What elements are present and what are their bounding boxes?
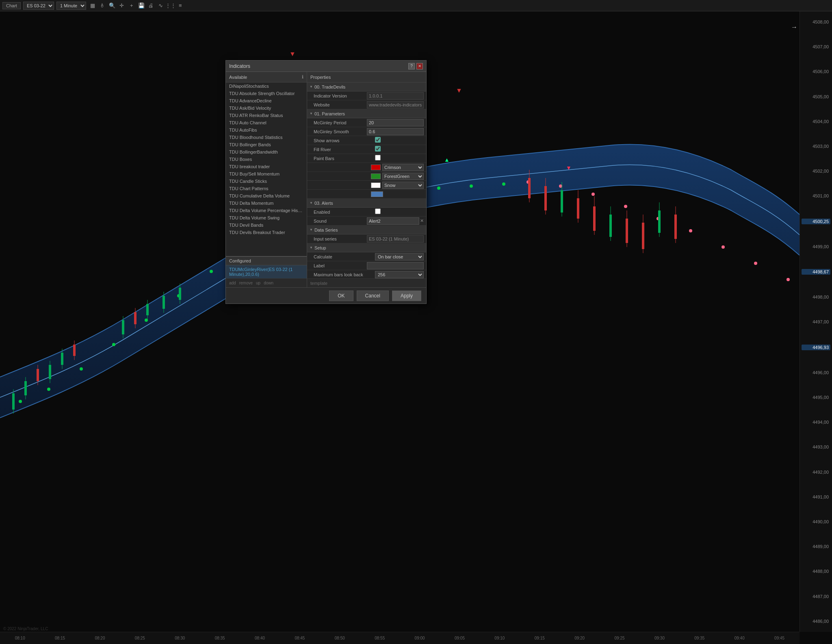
price-4488: 4488,00 bbox=[802, 569, 830, 574]
show-arrows-checkbox[interactable] bbox=[375, 137, 381, 143]
price-4497: 4497,00 bbox=[802, 319, 830, 324]
prop-indicator-version-value bbox=[367, 92, 424, 100]
indicator-item-candle[interactable]: TDU Candle Sticks bbox=[226, 178, 307, 185]
action-up[interactable]: up bbox=[256, 281, 260, 285]
properties-scroll[interactable]: ▼ 00. TradeDevils Indicator Version Webs… bbox=[307, 82, 426, 278]
timeframe-select[interactable]: 1 Minute bbox=[56, 2, 86, 10]
price-4502: 4502,00 bbox=[802, 169, 830, 173]
indicator-item-bloodhound[interactable]: TDU Bloodhound Statistics bbox=[226, 134, 307, 141]
configured-actions: add remove up down bbox=[226, 278, 307, 287]
bar-chart-icon[interactable]: ▦ bbox=[89, 2, 97, 10]
strategy-icon[interactable]: ∿ bbox=[157, 2, 165, 10]
price-4505: 4505,00 bbox=[802, 94, 830, 99]
indicator-item-auto-channel[interactable]: TDU Auto Channel bbox=[226, 119, 307, 126]
cancel-button[interactable]: Cancel bbox=[357, 291, 389, 301]
action-remove[interactable]: remove bbox=[239, 281, 253, 285]
sound-input[interactable] bbox=[367, 217, 419, 225]
crosshair-icon[interactable]: ✛ bbox=[118, 2, 126, 10]
river-bg-swatch[interactable] bbox=[371, 191, 383, 197]
mcginley-period-input[interactable] bbox=[367, 119, 424, 126]
neutral-color-select[interactable]: Snow bbox=[382, 182, 424, 189]
dialog-help-button[interactable]: ? bbox=[408, 63, 415, 69]
paint-bars-checkbox[interactable] bbox=[375, 155, 381, 160]
prop-neutral-value: Snow bbox=[371, 182, 424, 189]
magnify-icon[interactable]: 🔍 bbox=[108, 2, 116, 10]
prop-show-arrows-value bbox=[375, 137, 424, 144]
bearish-swatch[interactable] bbox=[371, 165, 381, 170]
label-field-input[interactable] bbox=[367, 262, 424, 269]
neutral-swatch[interactable] bbox=[371, 182, 381, 188]
indicator-item-delta-momentum[interactable]: TDU Delta Momentum bbox=[226, 199, 307, 207]
indicator-list[interactable]: DiNapoliStochastics TDU Absolute Strengt… bbox=[226, 82, 307, 256]
sound-clear-icon[interactable]: ✕ bbox=[420, 218, 424, 223]
configured-item[interactable]: TDUMcGinleyRiver(ES 03-22 (1 Minute),20,… bbox=[226, 265, 307, 278]
group-setup[interactable]: ▼ Setup bbox=[307, 243, 426, 252]
max-bars-select[interactable]: 256 512 1024 bbox=[375, 271, 424, 278]
indicator-item-abs-strength[interactable]: TDU Absolute Strength Oscillator bbox=[226, 90, 307, 97]
alerts-enabled-checkbox[interactable] bbox=[375, 208, 381, 214]
prop-max-bars: Maximum bars look back 256 512 1024 bbox=[307, 270, 426, 278]
action-add[interactable]: add bbox=[229, 281, 236, 285]
price-4491: 4491,00 bbox=[802, 494, 830, 499]
mcginley-smooth-input[interactable] bbox=[367, 128, 424, 135]
indicator-item-chart-patterns[interactable]: TDU Chart Patterns bbox=[226, 185, 307, 192]
print-icon[interactable]: 🖨 bbox=[147, 2, 155, 10]
svg-point-13 bbox=[437, 186, 440, 190]
indicator-item-bollinger[interactable]: TDU Bollinger Bands bbox=[226, 141, 307, 148]
scroll-right-arrow[interactable]: → bbox=[791, 24, 797, 31]
dialog-controls: ? ✕ bbox=[408, 63, 423, 69]
time-0940: 09:40 bbox=[734, 636, 745, 640]
group-data-series[interactable]: ▼ Data Series bbox=[307, 226, 426, 234]
indicator-item-ask-bid[interactable]: TDU Ask/Bid Velocity bbox=[226, 104, 307, 112]
template-link[interactable]: template bbox=[310, 281, 327, 286]
prop-mcginley-smooth-label: McGinley Smooth bbox=[314, 129, 367, 134]
svg-text:▼: ▼ bbox=[456, 87, 462, 94]
list-icon[interactable]: ≡ bbox=[176, 2, 184, 10]
group-alerts-triangle: ▼ bbox=[310, 201, 313, 205]
prop-bearish-value: Crimson bbox=[371, 164, 424, 171]
apply-button[interactable]: Apply bbox=[392, 291, 421, 301]
indicator-item-devils-breakout[interactable]: TDU Devils Breakout Trader bbox=[226, 229, 307, 236]
bearish-color-select[interactable]: Crimson bbox=[382, 164, 424, 171]
template-row: template bbox=[307, 278, 426, 287]
grid-icon[interactable]: ⋮⋮ bbox=[167, 2, 175, 10]
action-down[interactable]: down bbox=[264, 281, 273, 285]
prop-bullish-value: ForestGreen bbox=[371, 173, 424, 180]
prop-mcginley-smooth: McGinley Smooth bbox=[307, 127, 426, 136]
svg-point-1 bbox=[47, 388, 50, 391]
bullish-color-row: ForestGreen bbox=[371, 173, 424, 180]
fill-river-checkbox[interactable] bbox=[375, 146, 381, 152]
dialog-close-button[interactable]: ✕ bbox=[416, 63, 423, 69]
prop-mcginley-smooth-value bbox=[367, 128, 424, 135]
indicator-item-buysell[interactable]: TDU Buy/Sell Momentum bbox=[226, 170, 307, 178]
indicator-item-dinapoli[interactable]: DiNapoliStochastics bbox=[226, 82, 307, 90]
candlestick-icon[interactable]: 🕯 bbox=[98, 2, 106, 10]
indicator-item-cumulative-delta[interactable]: TDU Cumulative Delta Volume bbox=[226, 192, 307, 199]
calculate-select[interactable]: On bar close On each tick On price chang… bbox=[375, 253, 424, 260]
info-icon[interactable]: ℹ bbox=[302, 74, 303, 80]
symbol-select[interactable]: ES 03-22 bbox=[23, 2, 54, 10]
indicator-item-delta-vol-swing[interactable]: TDU Delta Volume Swing bbox=[226, 214, 307, 221]
indicator-item-devil-bands[interactable]: TDU Devil Bands bbox=[226, 221, 307, 229]
save-icon[interactable]: 💾 bbox=[137, 2, 145, 10]
plus-icon[interactable]: + bbox=[128, 2, 136, 10]
time-0820: 08:20 bbox=[95, 636, 105, 640]
bullish-swatch[interactable] bbox=[371, 173, 381, 179]
indicator-item-boxes[interactable]: TDU Boxes bbox=[226, 156, 307, 163]
ok-button[interactable]: OK bbox=[329, 291, 353, 301]
indicator-item-advance-decline[interactable]: TDU AdvanceDecline bbox=[226, 97, 307, 104]
indicator-item-autofibs[interactable]: TDU AutoFibs bbox=[226, 126, 307, 134]
group-alerts[interactable]: ▼ 03. Alerts bbox=[307, 199, 426, 208]
indicator-item-delta-vol-pct[interactable]: TDU Delta Volume Percentage Histogram bbox=[226, 207, 307, 214]
indicator-item-atr-renko[interactable]: TDU ATR RenkoBar Status bbox=[226, 112, 307, 119]
price-4486: 4486,00 bbox=[802, 619, 830, 624]
indicator-item-bollbandwidth[interactable]: TDU BollingerBandwidth bbox=[226, 148, 307, 156]
group-tradedevils[interactable]: ▼ 00. TradeDevils bbox=[307, 82, 426, 91]
bullish-color-select[interactable]: ForestGreen bbox=[382, 173, 424, 180]
prop-mcginley-period-label: McGinley Period bbox=[314, 120, 367, 125]
group-tradedevils-triangle: ▼ bbox=[310, 85, 313, 89]
price-4498: 4498,00 bbox=[802, 295, 830, 299]
group-parameters[interactable]: ▼ 01. Parameters bbox=[307, 109, 426, 118]
indicator-item-breakout[interactable]: TDU breakout trader bbox=[226, 163, 307, 170]
prop-indicator-version: Indicator Version bbox=[307, 91, 426, 100]
